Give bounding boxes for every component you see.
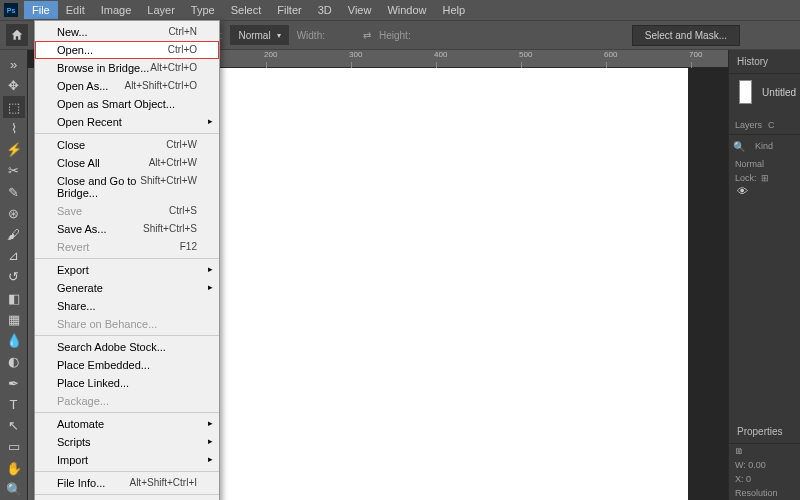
move-tool[interactable]: ✥ xyxy=(3,75,25,96)
menu-type[interactable]: Type xyxy=(183,1,223,19)
panels-dock: History Untitled Layers C 🔍 Kind Normal … xyxy=(728,50,800,500)
history-item[interactable]: Untitled xyxy=(729,74,800,110)
menu-item-search-adobe-stock[interactable]: Search Adobe Stock... xyxy=(35,338,219,356)
menu-item-generate[interactable]: Generate xyxy=(35,279,219,297)
stamp-tool[interactable]: ⊿ xyxy=(3,245,25,266)
brush-tool[interactable]: 🖌 xyxy=(3,224,25,245)
tab-channels[interactable]: C xyxy=(768,120,775,130)
menu-item-place-linked[interactable]: Place Linked... xyxy=(35,374,219,392)
dodge-tool[interactable]: ◐ xyxy=(3,351,25,372)
menu-item-file-info[interactable]: File Info...Alt+Shift+Ctrl+I xyxy=(35,474,219,492)
menu-item-browse-in-bridge[interactable]: Browse in Bridge...Alt+Ctrl+O xyxy=(35,59,219,77)
zoom-tool[interactable]: 🔍 xyxy=(3,479,25,500)
search-icon[interactable]: 🔍 xyxy=(733,141,745,152)
lasso-tool[interactable]: ⌇ xyxy=(3,118,25,139)
menu-item-revert: RevertF12 xyxy=(35,238,219,256)
menu-item-open-as-smart-object[interactable]: Open as Smart Object... xyxy=(35,95,219,113)
crop-tool[interactable]: ✂ xyxy=(3,160,25,181)
menu-filter[interactable]: Filter xyxy=(269,1,309,19)
height-label: Height: xyxy=(379,30,411,41)
history-panel-header[interactable]: History xyxy=(729,50,800,74)
menu-item-close[interactable]: CloseCtrl+W xyxy=(35,136,219,154)
menubar: Ps FileEditImageLayerTypeSelectFilter3DV… xyxy=(0,0,800,20)
layer-item[interactable]: 👁 xyxy=(729,185,800,197)
menu-view[interactable]: View xyxy=(340,1,380,19)
select-and-mask-button[interactable]: Select and Mask... xyxy=(632,25,740,46)
menu-item-open-as[interactable]: Open As...Alt+Shift+Ctrl+O xyxy=(35,77,219,95)
marquee-tool[interactable]: ⬚ xyxy=(3,96,25,117)
app-logo: Ps xyxy=(4,3,18,17)
menu-item-package: Package... xyxy=(35,392,219,410)
menu-item-new[interactable]: New...Ctrl+N xyxy=(35,23,219,41)
style-select[interactable]: Normal▾ xyxy=(230,25,288,45)
document-thumb xyxy=(739,80,752,104)
menu-layer[interactable]: Layer xyxy=(139,1,183,19)
menu-item-close-and-go-to-bridge[interactable]: Close and Go to Bridge...Shift+Ctrl+W xyxy=(35,172,219,202)
wand-tool[interactable]: ⚡ xyxy=(3,139,25,160)
menu-item-automate[interactable]: Automate xyxy=(35,415,219,433)
pen-tool[interactable]: ✒ xyxy=(3,373,25,394)
menu-item-share[interactable]: Share... xyxy=(35,297,219,315)
menu-edit[interactable]: Edit xyxy=(58,1,93,19)
collapse-icon[interactable]: » xyxy=(3,54,25,75)
eyedropper-tool[interactable]: ✎ xyxy=(3,181,25,202)
resolution-label: Resolution xyxy=(729,486,800,500)
history-brush-tool[interactable]: ↺ xyxy=(3,266,25,287)
tools-panel: » ✥ ⬚ ⌇ ⚡ ✂ ✎ ⊛ 🖌 ⊿ ↺ ◧ ▦ 💧 ◐ ✒ T ↖ ▭ ✋ … xyxy=(0,50,28,500)
menu-select[interactable]: Select xyxy=(223,1,270,19)
width-label: Width: xyxy=(297,30,325,41)
lock-icon[interactable]: ⊞ xyxy=(761,173,769,183)
menu-item-share-on-behance: Share on Behance... xyxy=(35,315,219,333)
menu-item-open[interactable]: Open...Ctrl+O xyxy=(35,41,219,59)
menu-item-close-all[interactable]: Close AllAlt+Ctrl+W xyxy=(35,154,219,172)
chevron-down-icon: ▾ xyxy=(277,31,281,40)
path-tool[interactable]: ↖ xyxy=(3,415,25,436)
x-value: X: 0 xyxy=(729,472,800,486)
blend-mode-select[interactable]: Normal xyxy=(729,157,800,171)
menu-item-place-embedded[interactable]: Place Embedded... xyxy=(35,356,219,374)
file-menu-dropdown: New...Ctrl+NOpen...Ctrl+OBrowse in Bridg… xyxy=(34,20,220,500)
shape-tool[interactable]: ▭ xyxy=(3,436,25,457)
menu-item-scripts[interactable]: Scripts xyxy=(35,433,219,451)
eraser-tool[interactable]: ◧ xyxy=(3,288,25,309)
menu-image[interactable]: Image xyxy=(93,1,140,19)
blur-tool[interactable]: 💧 xyxy=(3,330,25,351)
home-button[interactable] xyxy=(6,24,28,46)
menu-help[interactable]: Help xyxy=(435,1,474,19)
width-value: W: 0.00 xyxy=(729,458,800,472)
hand-tool[interactable]: ✋ xyxy=(3,457,25,478)
visibility-icon[interactable]: 👁 xyxy=(737,185,748,197)
heal-tool[interactable]: ⊛ xyxy=(3,203,25,224)
properties-panel-header[interactable]: Properties xyxy=(729,420,800,444)
tab-layers[interactable]: Layers xyxy=(735,120,762,130)
gradient-tool[interactable]: ▦ xyxy=(3,309,25,330)
menu-item-save-as[interactable]: Save As...Shift+Ctrl+S xyxy=(35,220,219,238)
type-tool[interactable]: T xyxy=(3,394,25,415)
lock-row: Lock: ⊞ xyxy=(729,171,800,185)
document-icon: 🗎 xyxy=(729,444,800,458)
menu-item-open-recent[interactable]: Open Recent xyxy=(35,113,219,131)
menu-window[interactable]: Window xyxy=(379,1,434,19)
home-icon xyxy=(10,28,24,42)
menu-file[interactable]: File xyxy=(24,1,58,19)
menu-item-export[interactable]: Export xyxy=(35,261,219,279)
menu-item-save: SaveCtrl+S xyxy=(35,202,219,220)
menu-item-import[interactable]: Import xyxy=(35,451,219,469)
menu-3d[interactable]: 3D xyxy=(310,1,340,19)
layers-panel-tabs: Layers C xyxy=(729,116,800,135)
